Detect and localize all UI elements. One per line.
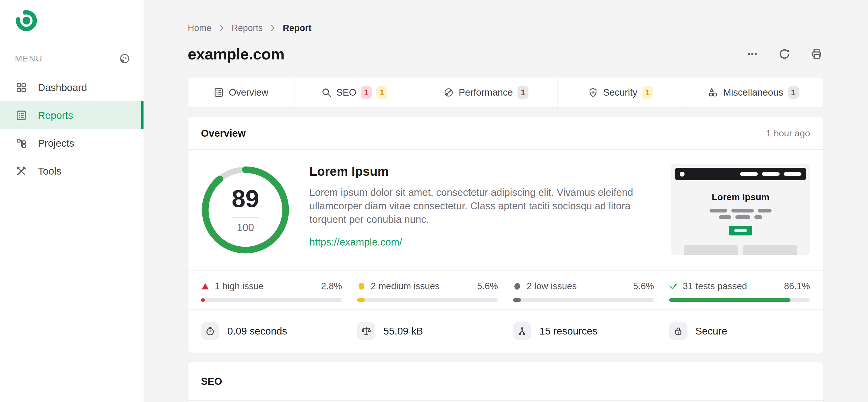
tab-label: SEO bbox=[336, 87, 356, 98]
metrics-row: 0.09 seconds 55.09 kB bbox=[188, 310, 823, 352]
site-heading: Lorem Ipsum bbox=[309, 164, 645, 179]
stat-label: 2 medium issues bbox=[371, 281, 440, 291]
stat-percent: 5.6% bbox=[477, 281, 498, 291]
tab-security[interactable]: Security 1 bbox=[557, 78, 683, 107]
app-window: MENU D bbox=[0, 0, 868, 402]
breadcrumb-home[interactable]: Home bbox=[188, 23, 212, 33]
preview-nav-dashes bbox=[740, 172, 801, 176]
issue-stats-row: 1 high issue 2.8% 2 medium issues 5.6% bbox=[188, 271, 823, 309]
tab-seo[interactable]: SEO 1 1 bbox=[294, 78, 414, 107]
stat-label: 31 tests passed bbox=[683, 281, 747, 291]
sidebar-item-label: Dashboard bbox=[38, 82, 87, 93]
tab-performance[interactable]: Performance 1 bbox=[414, 78, 557, 107]
check-icon bbox=[669, 282, 678, 290]
chevron-right-icon bbox=[270, 24, 275, 32]
stat-low-issues: 2 low issues 5.6% bbox=[513, 281, 654, 309]
tab-label: Miscellaneous bbox=[723, 87, 783, 98]
stat-percent: 5.6% bbox=[633, 281, 654, 291]
preview-text-lines bbox=[671, 209, 810, 219]
resources-icon bbox=[513, 322, 531, 340]
sidebar-item-reports[interactable]: Reports bbox=[0, 101, 144, 129]
metric-label: 15 resources bbox=[539, 325, 597, 337]
more-options-button[interactable] bbox=[746, 48, 759, 61]
chevron-right-icon bbox=[219, 24, 224, 32]
sidebar: MENU D bbox=[0, 0, 144, 402]
stat-high-issues: 1 high issue 2.8% bbox=[201, 281, 342, 309]
shield-plus-icon bbox=[588, 87, 598, 98]
metric-load-time: 0.09 seconds bbox=[201, 322, 342, 340]
divider bbox=[188, 400, 823, 401]
metric-page-size: 55.09 kB bbox=[357, 322, 498, 340]
printer-button[interactable] bbox=[810, 48, 823, 61]
divider bbox=[231, 217, 259, 218]
preview-browser-bar bbox=[675, 168, 806, 180]
title-actions bbox=[746, 48, 823, 61]
report-timestamp: 1 hour ago bbox=[766, 128, 810, 139]
report-tabs: Overview SEO 1 1 bbox=[188, 78, 823, 107]
triangle-icon bbox=[201, 282, 210, 290]
medium-issue-badge: 1 bbox=[376, 86, 387, 99]
site-url-link[interactable]: https://example.com/ bbox=[309, 236, 402, 248]
square-icon bbox=[357, 282, 366, 290]
sidebar-item-tools[interactable]: Tools bbox=[0, 157, 144, 185]
seo-card-title: SEO bbox=[201, 376, 222, 387]
tab-label: Overview bbox=[229, 87, 268, 98]
site-preview-thumbnail[interactable]: Lorem Ipsum bbox=[671, 164, 810, 255]
sitemap-icon bbox=[15, 137, 28, 150]
report-icon bbox=[15, 109, 28, 122]
issue-badge: 1 bbox=[518, 86, 528, 99]
preview-cards bbox=[671, 245, 810, 255]
medium-issue-badge: 1 bbox=[642, 86, 653, 99]
preview-dot bbox=[680, 172, 685, 177]
stopwatch-icon bbox=[201, 322, 219, 340]
score-gauge: 89 100 bbox=[201, 165, 290, 254]
metric-label: 55.09 kB bbox=[383, 325, 423, 337]
persona-icon[interactable] bbox=[119, 53, 130, 64]
tools-icon bbox=[15, 165, 28, 178]
grid-icon bbox=[15, 81, 28, 94]
scale-icon bbox=[357, 322, 375, 340]
search-icon bbox=[321, 87, 332, 98]
tab-miscellaneous[interactable]: Miscellaneous 1 bbox=[683, 78, 823, 107]
main-content: Home Reports Report example.com bbox=[144, 0, 868, 402]
sidebar-nav: Dashboard Reports bbox=[0, 73, 144, 185]
sidebar-item-label: Reports bbox=[38, 110, 73, 121]
report-icon bbox=[213, 87, 224, 98]
lock-icon bbox=[669, 322, 687, 340]
metric-resources: 15 resources bbox=[513, 322, 654, 340]
shapes-icon bbox=[708, 87, 718, 98]
preview-heading: Lorem Ipsum bbox=[671, 192, 810, 203]
issue-badge: 1 bbox=[788, 86, 799, 99]
stat-tests-passed: 31 tests passed 86.1% bbox=[669, 281, 810, 309]
stat-percent: 2.8% bbox=[321, 281, 342, 291]
sidebar-item-label: Projects bbox=[38, 137, 74, 149]
sidebar-item-label: Tools bbox=[38, 165, 61, 177]
overview-card: Overview 1 hour ago 89 100 bbox=[188, 117, 823, 352]
stat-medium-issues: 2 medium issues 5.6% bbox=[357, 281, 498, 309]
tab-label: Performance bbox=[459, 87, 513, 98]
breadcrumb: Home Reports Report bbox=[188, 23, 823, 33]
sidebar-item-projects[interactable]: Projects bbox=[0, 129, 144, 157]
app-logo[interactable] bbox=[0, 9, 144, 33]
preview-button bbox=[729, 226, 752, 236]
refresh-button[interactable] bbox=[778, 48, 791, 61]
score-value: 89 bbox=[231, 186, 259, 211]
site-description: Lorem ipsum dolor sit amet, consectetur … bbox=[309, 185, 645, 226]
seo-card: SEO bbox=[188, 362, 823, 402]
tab-overview[interactable]: Overview bbox=[188, 78, 294, 107]
menu-label: MENU bbox=[15, 54, 42, 63]
sidebar-item-dashboard[interactable]: Dashboard bbox=[0, 73, 144, 101]
metric-security: Secure bbox=[669, 322, 810, 340]
stat-label: 1 high issue bbox=[215, 281, 264, 291]
circle-icon bbox=[513, 282, 522, 290]
gauge-icon bbox=[443, 87, 454, 98]
score-max: 100 bbox=[237, 222, 254, 234]
page-title: example.com bbox=[188, 45, 284, 63]
breadcrumb-reports[interactable]: Reports bbox=[231, 23, 263, 33]
stat-label: 2 low issues bbox=[527, 281, 577, 291]
tab-label: Security bbox=[603, 87, 637, 98]
metric-label: 0.09 seconds bbox=[227, 325, 287, 337]
breadcrumb-report: Report bbox=[283, 23, 311, 33]
high-issue-badge: 1 bbox=[361, 86, 372, 99]
logo-icon bbox=[14, 9, 38, 33]
